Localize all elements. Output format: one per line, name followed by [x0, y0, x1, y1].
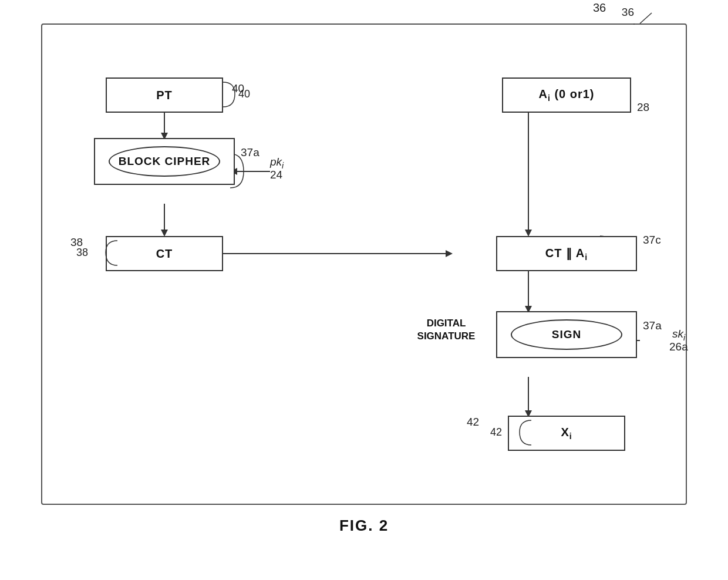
ct-ai-label: CT ‖ Ai [545, 246, 588, 262]
fig-caption: FIG. 2 [339, 517, 389, 535]
svg-text:40: 40 [238, 88, 250, 100]
cipher-ellipse: BLOCK CIPHER [109, 146, 220, 177]
sign-box-container: DIGITALSIGNATURE SIGN 37a ski 26a [496, 311, 637, 358]
diagram-wrapper: 36 [41, 23, 687, 505]
svg-line-18 [640, 13, 652, 23]
sign-label: SIGN [552, 328, 581, 341]
ct-ai-box: CT ‖ Ai [496, 236, 637, 271]
ref-42: 42 [467, 416, 479, 429]
digital-signature-label: DIGITALSIGNATURE [405, 317, 487, 343]
ref-24: 24 [270, 168, 282, 181]
ref-38-bracket: 38 [76, 236, 123, 272]
svg-text:42: 42 [490, 426, 502, 438]
sign-ellipse: SIGN [511, 319, 622, 350]
pt-box-container: PT 40 [106, 77, 223, 113]
ref-28: 28 [637, 101, 649, 114]
pt-label: PT [156, 89, 173, 102]
ref-26a: 26a [669, 340, 688, 353]
cipher-label: BLOCK CIPHER [119, 155, 211, 168]
ct-label: CT [156, 247, 173, 261]
xi-label: Xi [561, 426, 572, 441]
svg-text:36: 36 [593, 1, 606, 14]
ai-box: Ai (0 or1) [502, 77, 631, 113]
ref-42-bracket: 42 [490, 416, 537, 452]
ref-37a-right: 37a [643, 319, 662, 332]
ct-box-container: CT 38 [106, 236, 223, 271]
ct-box: CT [106, 236, 223, 271]
cipher-box: BLOCK CIPHER [94, 138, 235, 185]
ref-37c: 37c [643, 234, 661, 247]
ref-37a-left: 37a [241, 146, 259, 159]
pt-box: PT [106, 77, 223, 113]
ai-label: Ai (0 or1) [538, 87, 594, 103]
ai-box-container: Ai (0 or1) 28 [502, 77, 631, 113]
sign-box: SIGN [496, 311, 637, 358]
svg-text:38: 38 [76, 247, 88, 258]
ref-40-bracket: 40 [217, 77, 264, 114]
cipher-box-container: BLOCK CIPHER 37a pki 24 [94, 138, 235, 185]
page: 36 [0, 0, 728, 580]
ref-36-bracket: 36 [593, 1, 663, 25]
ct-ai-box-container: CT ‖ Ai 37c [496, 236, 637, 271]
